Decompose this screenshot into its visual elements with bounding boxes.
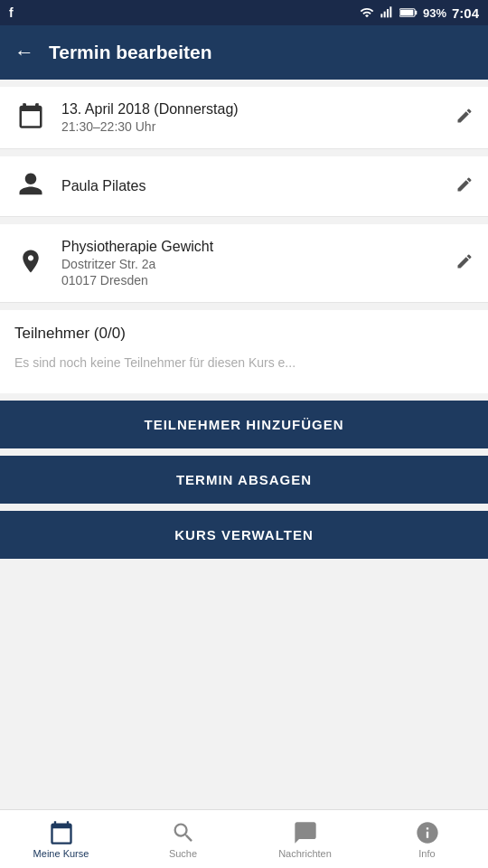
manage-course-button[interactable]: KURS VERWALTEN: [0, 511, 488, 559]
wifi-icon: [360, 5, 374, 20]
location-icon: [14, 248, 47, 278]
search-nav-icon: [171, 820, 196, 845]
date-line2: 21:30–22:30 Uhr: [61, 119, 441, 134]
nav-info-label: Info: [418, 848, 435, 859]
nav-nachrichten[interactable]: Nachrichten: [244, 810, 366, 868]
nav-suche[interactable]: Suche: [122, 810, 244, 868]
status-left: f: [9, 5, 14, 20]
signal-icon: [380, 5, 394, 20]
calendar-nav-icon: [49, 820, 74, 845]
svg-rect-6: [415, 11, 417, 14]
status-bar: f 93% 7:04: [0, 0, 488, 25]
edit-date-button[interactable]: [455, 107, 474, 129]
location-card: Physiotherapie Gewicht Dostritzer Str. 2…: [0, 224, 488, 303]
time-display: 7:04: [452, 5, 479, 21]
page-title: Termin bearbeiten: [49, 42, 212, 63]
nav-suche-label: Suche: [169, 848, 197, 859]
svg-rect-8: [35, 103, 38, 108]
instructor-name: Paula Pilates: [61, 178, 441, 194]
instructor-card: Paula Pilates: [0, 156, 488, 217]
back-button[interactable]: ←: [14, 41, 34, 64]
messages-nav-icon: [293, 820, 318, 845]
nav-nachrichten-label: Nachrichten: [278, 848, 332, 859]
svg-rect-1: [384, 12, 386, 18]
person-icon: [14, 171, 47, 202]
instructor-info: Paula Pilates: [61, 178, 441, 194]
svg-rect-5: [400, 10, 413, 15]
calendar-icon: [14, 102, 47, 133]
svg-rect-7: [24, 103, 27, 108]
bottom-navigation: Meine Kurse Suche Nachrichten Info: [0, 809, 488, 868]
location-info: Physiotherapie Gewicht Dostritzer Str. 2…: [61, 239, 441, 288]
main-content: 13. April 2018 (Donnerstag) 21:30–22:30 …: [0, 80, 488, 809]
location-street: Dostritzer Str. 2a: [61, 257, 441, 271]
edit-location-button[interactable]: [455, 252, 474, 275]
nav-meine-kurse[interactable]: Meine Kurse: [0, 810, 122, 868]
date-card: 13. April 2018 (Donnerstag) 21:30–22:30 …: [0, 87, 488, 149]
status-right: 93% 7:04: [360, 5, 479, 21]
add-participants-button[interactable]: TEILNEHMER HINZUFÜGEN: [0, 401, 488, 448]
participants-empty-text: Es sind noch keine Teilnehmer für diesen…: [14, 355, 474, 379]
svg-rect-3: [389, 6, 391, 17]
date-line1: 13. April 2018 (Donnerstag): [61, 101, 441, 118]
battery-icon: [399, 5, 418, 20]
nav-info[interactable]: Info: [366, 810, 488, 868]
app-header: ← Termin bearbeiten: [0, 25, 488, 80]
nav-meine-kurse-label: Meine Kurse: [33, 848, 89, 859]
location-name: Physiotherapie Gewicht: [61, 239, 441, 255]
facebook-icon: f: [9, 5, 14, 20]
date-info: 13. April 2018 (Donnerstag) 21:30–22:30 …: [61, 101, 441, 134]
participants-section: Teilnehmer (0/0) Es sind noch keine Teil…: [0, 310, 488, 393]
cancel-appointment-button[interactable]: TERMIN ABSAGEN: [0, 456, 488, 504]
edit-instructor-button[interactable]: [455, 175, 474, 198]
participants-title: Teilnehmer (0/0): [14, 325, 474, 343]
svg-rect-2: [387, 9, 389, 17]
svg-rect-0: [380, 14, 382, 17]
battery-percent: 93%: [423, 6, 446, 20]
info-nav-icon: [415, 820, 440, 845]
location-city: 01017 Dresden: [61, 273, 441, 288]
